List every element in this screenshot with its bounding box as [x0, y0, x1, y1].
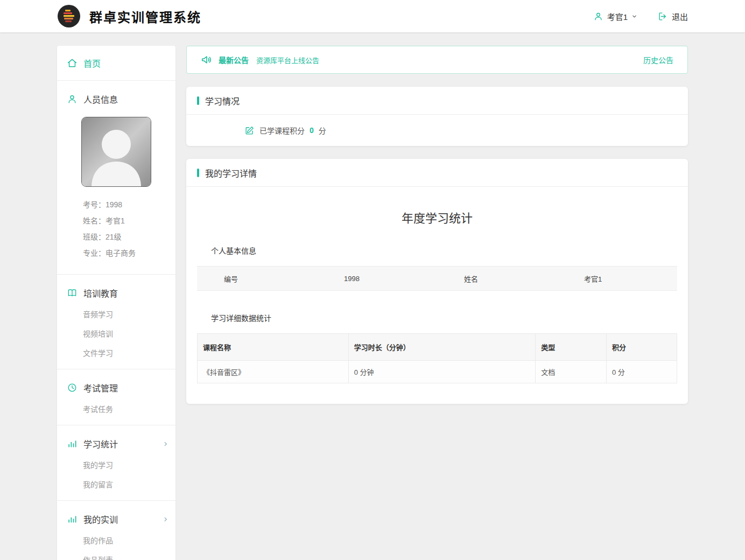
profile-name: 姓名：考官1	[83, 213, 175, 229]
sidebar-item-my-works[interactable]: 我的作品	[57, 530, 175, 550]
logout-button[interactable]: 退出	[658, 11, 688, 22]
col-score: 积分	[607, 334, 677, 361]
sidebar-item-study-stats[interactable]: 学习统计	[57, 432, 175, 455]
table-header-row: 课程名称 学习时长（分钟） 类型 积分	[198, 334, 677, 361]
study-status-card-header: 学习情况	[186, 87, 688, 115]
logout-icon	[658, 11, 668, 22]
study-detail-card-header: 我的学习详情	[186, 159, 688, 187]
basic-info-row: 编号 1998 姓名 考官1	[197, 266, 677, 291]
sidebar-home-label: 首页	[83, 57, 101, 69]
sidebar-group-stats: 学习统计 我的学习 我的留言	[57, 425, 175, 500]
sidebar-item-audio-study[interactable]: 音频学习	[57, 304, 175, 324]
sidebar-group-practice: 我的实训 我的作品 作品列表	[57, 500, 175, 560]
announcement-bar: 最新公告 资源库平台上线公告 历史公告	[186, 46, 688, 74]
bar-chart-icon	[67, 438, 78, 449]
sidebar-item-my-practice[interactable]: 我的实训	[57, 508, 175, 530]
history-announcements-link[interactable]: 历史公告	[643, 54, 673, 65]
bar-chart-icon	[67, 514, 78, 524]
profile-class: 班级：21级	[83, 229, 175, 245]
home-icon	[67, 58, 78, 68]
basic-info-name-label: 姓名	[437, 274, 557, 284]
chevron-right-icon	[163, 441, 168, 447]
study-status-title: 学习情况	[205, 94, 240, 107]
col-type: 类型	[536, 334, 607, 361]
basic-info-id-label: 编号	[197, 274, 317, 284]
accent-bar	[197, 169, 199, 177]
cell-course-name: 《抖音雷区》	[198, 361, 349, 383]
avatar	[81, 117, 151, 187]
study-detail-table: 课程名称 学习时长（分钟） 类型 积分 《抖音雷区》 0 分钟 文档 0 分	[197, 333, 677, 383]
sidebar-item-video-training[interactable]: 视频培训	[57, 324, 175, 343]
study-score-value: 0	[310, 126, 314, 135]
sidebar-item-my-study[interactable]: 我的学习	[57, 455, 175, 474]
basic-info-id-value: 1998	[317, 275, 437, 283]
sidebar-item-file-study[interactable]: 文件学习	[57, 343, 175, 362]
sidebar-group-exam: 考试管理 考试任务	[57, 369, 175, 425]
table-row: 《抖音雷区》 0 分钟 文档 0 分	[198, 361, 677, 383]
detail-table-title: 学习详细数据统计	[211, 312, 677, 323]
basic-info-title: 个人基本信息	[211, 245, 677, 256]
user-name: 考官1	[607, 11, 628, 22]
col-duration: 学习时长（分钟）	[348, 334, 535, 361]
sidebar-group-training: 培训教育 音频学习 视频培训 文件学习	[57, 274, 175, 369]
app-title: 群卓实训管理系统	[89, 7, 201, 26]
sidebar-profile-label: 人员信息	[83, 93, 118, 106]
app-logo-icon	[57, 4, 81, 28]
profile-info: 考号：1998 姓名：考官1 班级：21级 专业：电子商务	[57, 195, 175, 268]
book-icon	[67, 288, 78, 298]
user-icon	[593, 11, 603, 22]
sidebar-stats-label: 学习统计	[83, 437, 118, 450]
edit-icon	[244, 125, 255, 136]
cell-score: 0 分	[607, 361, 677, 383]
sidebar-practice-label: 我的实训	[83, 513, 118, 526]
annual-stats-heading: 年度学习统计	[197, 208, 677, 226]
study-status-row: 已学课程积分 0 分	[186, 115, 688, 146]
study-score-unit: 分	[319, 125, 326, 136]
sidebar-profile-section: 人员信息 考号：1998 姓名：考官1 班级：21级	[57, 80, 175, 274]
top-header: 群卓实训管理系统 考官1	[0, 0, 745, 32]
study-detail-title: 我的学习详情	[205, 166, 257, 179]
sidebar-item-exam-task[interactable]: 考试任务	[57, 399, 175, 418]
chevron-down-icon	[631, 13, 637, 19]
sidebar-item-home[interactable]: 首页	[57, 46, 175, 80]
brand: 群卓实训管理系统	[57, 4, 201, 28]
main-content: 最新公告 资源库平台上线公告 历史公告 学习情况 已学课程积分 0 分	[186, 46, 688, 409]
sidebar-item-works-list[interactable]: 作品列表	[57, 550, 175, 560]
col-course-name: 课程名称	[198, 334, 349, 361]
logout-label: 退出	[672, 11, 688, 22]
basic-info-name-value: 考官1	[557, 274, 677, 284]
announcement-label: 最新公告	[219, 54, 249, 65]
accent-bar	[197, 96, 199, 105]
user-menu-button[interactable]: 考官1	[593, 11, 637, 22]
study-detail-card: 我的学习详情 年度学习统计 个人基本信息 编号 1998 姓名 考官1 学习详细…	[186, 159, 688, 404]
study-status-card: 学习情况 已学课程积分 0 分	[186, 87, 688, 146]
profile-exam-no: 考号：1998	[83, 197, 175, 213]
sidebar-item-my-messages[interactable]: 我的留言	[57, 474, 175, 494]
chevron-right-icon	[163, 516, 168, 522]
study-status-text: 已学课程积分	[259, 125, 305, 136]
profile-major: 专业：电子商务	[83, 245, 175, 261]
sidebar-item-exam-management[interactable]: 考试管理	[57, 376, 175, 399]
person-icon	[67, 94, 78, 104]
cell-type: 文档	[536, 361, 607, 383]
sidebar: 首页 人员信息	[57, 46, 175, 560]
clock-icon	[67, 382, 78, 393]
sidebar-exam-label: 考试管理	[83, 381, 118, 394]
sidebar-item-profile[interactable]: 人员信息	[57, 88, 175, 110]
announcement-link[interactable]: 资源库平台上线公告	[256, 55, 319, 65]
cell-duration: 0 分钟	[348, 361, 535, 383]
sidebar-training-label: 培训教育	[83, 286, 118, 299]
sidebar-item-training[interactable]: 培训教育	[57, 282, 175, 304]
speaker-icon	[201, 54, 213, 66]
